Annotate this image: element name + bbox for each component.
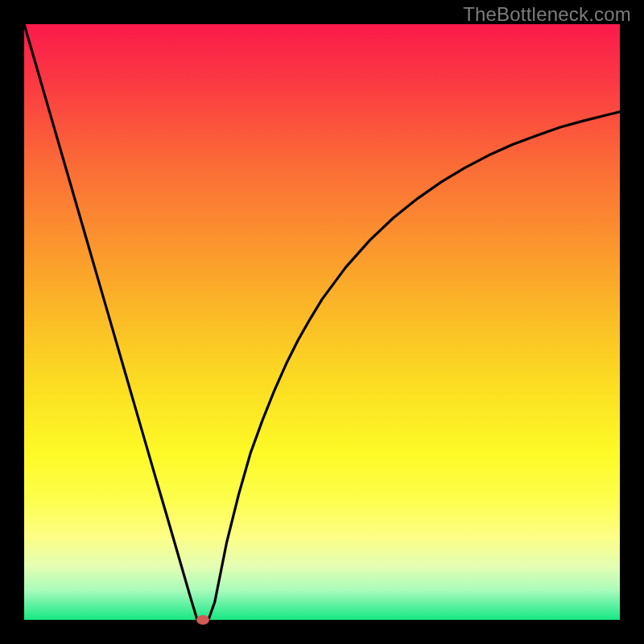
curve-layer (24, 24, 620, 620)
chart-container: TheBottleneck.com (0, 0, 644, 644)
attribution-text: TheBottleneck.com (463, 3, 631, 26)
optimum-marker (196, 615, 209, 625)
bottleneck-curve (24, 24, 620, 620)
plot-area (24, 24, 620, 620)
